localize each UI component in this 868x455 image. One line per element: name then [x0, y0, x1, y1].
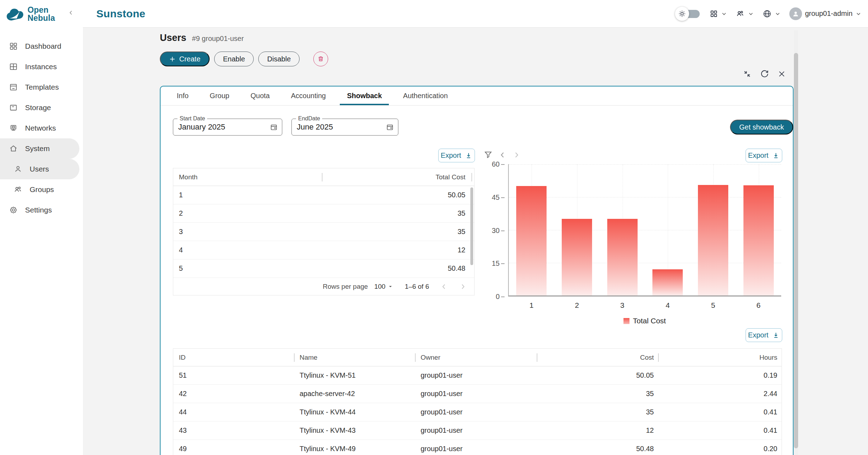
page-next-icon[interactable] — [459, 282, 467, 291]
column-header-hours[interactable]: Hours — [658, 354, 782, 361]
storage-icon — [9, 103, 18, 112]
cell-total-cost: 50.05 — [368, 191, 474, 199]
sidebar-item-users[interactable]: Users — [0, 159, 79, 179]
column-header-owner[interactable]: Owner — [415, 354, 537, 361]
table-row[interactable]: 5 50.48 — [173, 259, 474, 278]
delete-button[interactable] — [313, 52, 328, 66]
table-row[interactable]: 44 Ttylinux - KVM-44 group01-user 35 0.4… — [173, 403, 782, 421]
networks-icon — [9, 124, 18, 133]
tab-showback[interactable]: Showback — [336, 86, 392, 105]
sidebar-item-templates[interactable]: Templates — [0, 77, 83, 97]
cell-month: 4 — [173, 246, 368, 254]
bar[interactable] — [562, 219, 592, 295]
cell-owner: group01-user — [415, 371, 537, 379]
download-icon — [772, 152, 780, 160]
cell-owner: group01-user — [415, 445, 537, 453]
create-button[interactable]: Create — [160, 52, 210, 66]
bar[interactable] — [743, 185, 774, 295]
cell-id: 42 — [173, 390, 294, 398]
table-row[interactable]: 2 35 — [173, 204, 474, 223]
chevron-down-icon — [774, 11, 781, 17]
tab-authentication[interactable]: Authentication — [392, 86, 458, 105]
column-header-cost[interactable]: Cost — [537, 354, 658, 361]
y-axis-tick-label: 0 — [496, 293, 500, 301]
cell-name: Ttylinux - KVM-43 — [294, 426, 415, 435]
tab-info[interactable]: Info — [166, 86, 199, 105]
sidebar-item-storage[interactable]: Storage — [0, 97, 83, 118]
export-chart-button[interactable]: Export — [746, 149, 782, 162]
table-row[interactable]: 4 12 — [173, 241, 474, 259]
column-header-id[interactable]: ID — [173, 354, 294, 361]
refresh-icon[interactable] — [760, 69, 769, 78]
close-icon[interactable] — [778, 70, 786, 78]
cell-id: 51 — [173, 371, 294, 379]
bar[interactable] — [698, 185, 728, 295]
main-scrollbar-thumb[interactable] — [794, 53, 798, 448]
calendar-icon[interactable] — [386, 123, 394, 131]
calendar-icon[interactable] — [270, 123, 278, 131]
column-separator[interactable] — [658, 353, 659, 362]
export-table-button[interactable]: Export — [438, 149, 475, 162]
cell-name: apache-server-42 — [294, 390, 415, 398]
topbar: Sunstone — [83, 0, 868, 28]
sidebar-collapse-icon[interactable] — [67, 9, 74, 16]
chart-next-icon[interactable] — [512, 150, 521, 160]
bar[interactable] — [607, 219, 638, 295]
x-axis-tick-label: 6 — [736, 301, 781, 310]
group-switcher[interactable] — [736, 9, 754, 18]
table-row[interactable]: 49 Ttylinux - KVM-49 group01-user 50.48 … — [173, 440, 782, 455]
sidebar-item-networks[interactable]: Networks — [0, 118, 83, 138]
filter-icon[interactable] — [483, 150, 493, 160]
table-row[interactable]: 51 Ttylinux - KVM-51 group01-user 50.05 … — [173, 366, 782, 385]
column-header-total-cost[interactable]: Total Cost — [368, 173, 474, 181]
cell-cost: 50.48 — [537, 445, 658, 453]
bar[interactable] — [652, 269, 683, 295]
sidebar-item-system[interactable]: System — [0, 138, 79, 159]
column-header-name[interactable]: Name — [294, 354, 415, 361]
tab-quota[interactable]: Quota — [240, 86, 280, 105]
sidebar-item-dashboard[interactable]: Dashboard — [0, 36, 83, 56]
column-header-month[interactable]: Month — [173, 173, 368, 181]
column-separator[interactable] — [294, 353, 295, 362]
tab-accounting[interactable]: Accounting — [280, 86, 336, 105]
enable-button[interactable]: Enable — [214, 52, 254, 66]
end-date-field[interactable]: EndDate June 2025 — [291, 119, 398, 136]
y-axis-tick-mark — [501, 297, 505, 297]
pagination-range: 1–6 of 6 — [405, 283, 429, 291]
column-separator[interactable] — [471, 173, 472, 181]
table-row[interactable]: 3 35 — [173, 223, 474, 241]
sidebar-item-groups[interactable]: Groups — [0, 179, 83, 200]
language-switcher[interactable] — [762, 9, 781, 18]
cell-hours: 0.41 — [658, 408, 782, 416]
chevron-down-icon — [721, 11, 727, 17]
rows-per-page-select[interactable]: 100 — [374, 283, 393, 291]
table-row[interactable]: 43 Ttylinux - KVM-43 group01-user 12 0.4… — [173, 421, 782, 440]
sidebar-item-instances[interactable]: Instances — [0, 56, 83, 77]
bar-column: 4 — [645, 164, 691, 295]
page-prev-icon[interactable] — [440, 282, 448, 291]
start-date-field[interactable]: Start Date January 2025 — [173, 119, 282, 136]
apps-menu[interactable] — [710, 10, 727, 18]
table-row[interactable]: 42 apache-server-42 group01-user 35 2.44 — [173, 385, 782, 403]
get-showback-button[interactable]: Get showback — [730, 120, 793, 134]
page-title: Users — [160, 32, 186, 43]
user-menu[interactable]: group01-admin — [789, 7, 862, 20]
column-separator[interactable] — [537, 353, 537, 362]
export-vm-table-button[interactable]: Export — [746, 328, 782, 342]
chart-prev-icon[interactable] — [498, 150, 507, 160]
table-scrollbar[interactable] — [470, 187, 473, 265]
collapse-icon[interactable] — [743, 70, 752, 78]
cell-owner: group01-user — [415, 408, 537, 416]
theme-toggle[interactable] — [675, 6, 701, 21]
bar[interactable] — [516, 186, 547, 295]
disable-button[interactable]: Disable — [258, 52, 300, 66]
user-name: group01-admin — [805, 10, 852, 18]
sidebar-item-settings[interactable]: Settings — [0, 200, 83, 220]
chart-legend[interactable]: Total Cost — [508, 317, 781, 325]
column-separator[interactable] — [322, 173, 323, 181]
main-scrollbar[interactable] — [794, 30, 798, 455]
table-row[interactable]: 1 50.05 — [173, 186, 474, 204]
cell-total-cost: 50.48 — [368, 264, 474, 273]
column-separator[interactable] — [415, 353, 416, 362]
tab-group[interactable]: Group — [199, 86, 240, 105]
